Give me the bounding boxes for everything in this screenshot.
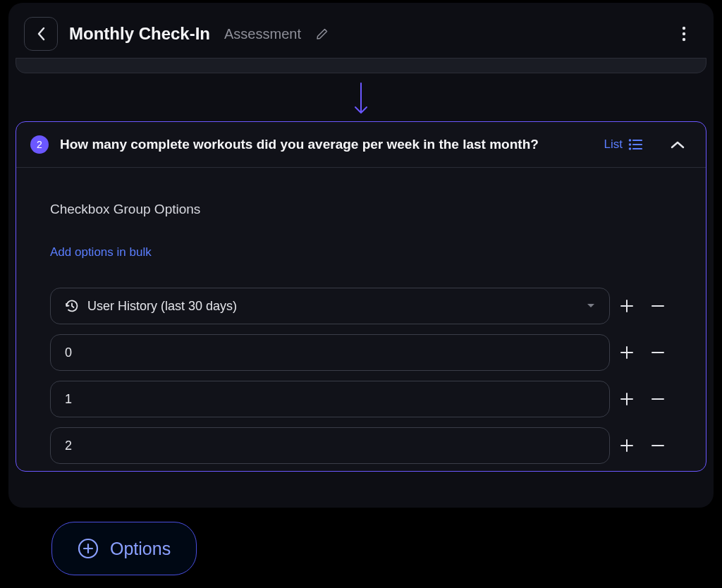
list-toggle-button[interactable]: List <box>604 137 642 152</box>
plus-icon <box>620 299 634 313</box>
dots-vertical-icon <box>682 26 686 42</box>
question-header: 2 How many complete workouts did you ave… <box>16 122 706 168</box>
more-menu-button[interactable] <box>674 24 694 44</box>
question-text: How many complete workouts did you avera… <box>60 137 593 152</box>
svg-point-4 <box>629 139 632 142</box>
svg-point-8 <box>629 147 632 150</box>
option-label: User History (last 30 days) <box>87 299 578 314</box>
plus-icon <box>620 392 634 406</box>
plus-icon <box>620 345 634 360</box>
list-toggle-label: List <box>604 137 623 152</box>
collapsed-question-card[interactable] <box>16 58 706 73</box>
options-section-title: Checkbox Group Options <box>50 202 672 217</box>
option-input[interactable]: 2 <box>50 427 610 464</box>
plus-circle-icon <box>78 538 99 559</box>
remove-option-button[interactable] <box>644 292 672 320</box>
app-header: Monthly Check-In Assessment <box>8 3 714 58</box>
option-label: 0 <box>65 345 595 360</box>
option-row: 1 <box>50 381 672 417</box>
back-button[interactable] <box>24 17 58 51</box>
add-option-button[interactable] <box>613 431 641 460</box>
minus-icon <box>651 345 665 360</box>
arrow-down-icon <box>353 80 369 116</box>
minus-icon <box>651 392 665 406</box>
fab-label: Options <box>110 539 171 559</box>
pencil-icon <box>316 27 329 40</box>
history-icon <box>65 299 79 313</box>
collapse-button[interactable] <box>668 135 687 154</box>
plus-icon <box>620 439 634 453</box>
app-frame: Monthly Check-In Assessment 2 How many c… <box>8 3 714 508</box>
add-option-button[interactable] <box>613 338 641 367</box>
options-list: User History (last 30 days) 0 <box>50 288 672 464</box>
svg-point-6 <box>629 143 632 146</box>
minus-icon <box>651 439 665 453</box>
edit-title-button[interactable] <box>312 24 332 44</box>
remove-option-button[interactable] <box>644 338 672 367</box>
minus-icon <box>651 299 665 313</box>
option-input[interactable]: 0 <box>50 334 610 371</box>
canvas: 2 How many complete workouts did you ave… <box>8 58 714 472</box>
option-row: User History (last 30 days) <box>50 288 672 324</box>
remove-option-button[interactable] <box>644 431 672 460</box>
add-option-button[interactable] <box>613 292 641 320</box>
option-row: 0 <box>50 334 672 371</box>
caret-down-icon <box>587 302 595 310</box>
chevron-up-icon <box>671 140 685 149</box>
question-card: 2 How many complete workouts did you ave… <box>16 121 706 472</box>
option-input[interactable]: 1 <box>50 381 610 417</box>
option-label: 1 <box>65 392 595 407</box>
remove-option-button[interactable] <box>644 385 672 413</box>
svg-point-0 <box>683 27 685 30</box>
question-body: Checkbox Group Options Add options in bu… <box>16 168 706 471</box>
svg-point-1 <box>683 32 685 35</box>
page-subtitle: Assessment <box>224 26 301 42</box>
option-row: 2 <box>50 427 672 464</box>
options-fab-button[interactable]: Options <box>51 522 197 575</box>
chevron-left-icon <box>37 27 45 41</box>
option-input-dropdown[interactable]: User History (last 30 days) <box>50 288 610 324</box>
option-label: 2 <box>65 439 595 453</box>
flow-arrow <box>16 80 706 116</box>
add-bulk-link[interactable]: Add options in bulk <box>50 245 152 259</box>
list-icon <box>628 139 642 150</box>
add-option-button[interactable] <box>613 385 641 413</box>
question-number-badge: 2 <box>30 135 49 154</box>
page-title: Monthly Check-In <box>69 24 210 44</box>
svg-point-2 <box>683 38 685 41</box>
